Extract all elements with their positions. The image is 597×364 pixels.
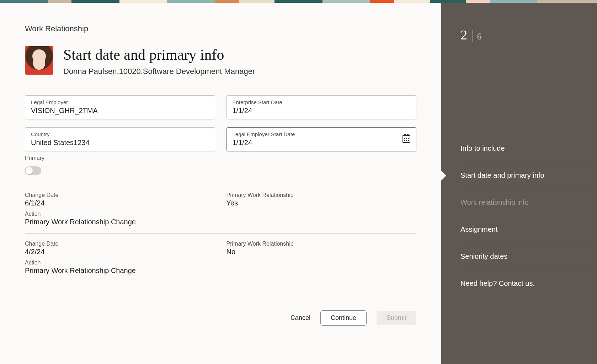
record-value: 6/1/24: [25, 199, 215, 207]
main-content: Work Relationship Start date and primary…: [0, 3, 441, 364]
nav-item-help[interactable]: Need help? Contact us.: [460, 270, 597, 297]
history-list: Change Date 6/1/24 Primary Work Relation…: [25, 191, 416, 282]
cancel-button[interactable]: Cancel: [290, 314, 310, 322]
primary-label: Primary: [25, 155, 416, 161]
step-separator: |: [471, 27, 474, 43]
record-label: Action: [25, 259, 416, 266]
legal-employer-field[interactable]: Legal Employer VISION_GHR_2TMA: [25, 95, 215, 119]
form-grid: Legal Employer VISION_GHR_2TMA Enterpris…: [25, 95, 416, 151]
primary-section: Primary: [25, 155, 416, 175]
step-total: 6: [477, 31, 482, 42]
wizard-sidebar: 2 | 6 Info to include Start date and pri…: [441, 3, 597, 364]
wizard-nav: Info to include Start date and primary i…: [460, 135, 597, 297]
record-value: Primary Work Relationship Change: [25, 267, 416, 275]
breadcrumb: Work Relationship: [25, 24, 416, 33]
field-value: 1/1/24: [233, 107, 411, 115]
page-subtitle: Donna Paulsen,10020.Software Development…: [63, 67, 255, 76]
field-value: United States1234: [31, 139, 209, 147]
legal-employer-start-date-field[interactable]: Legal Employer Start Date 1/1/24: [226, 127, 417, 151]
submit-button: Submit: [377, 311, 416, 325]
record-label: Primary Work Relationship: [226, 241, 417, 247]
step-current: 2: [460, 27, 467, 43]
nav-item-info-to-include[interactable]: Info to include: [460, 135, 597, 162]
decorative-banner: [0, 0, 597, 3]
toggle-knob: [26, 167, 33, 174]
nav-item-start-date[interactable]: Start date and primary info: [460, 162, 597, 189]
action-bar: Cancel Continue Submit: [25, 310, 416, 326]
record-label: Change Date: [25, 241, 215, 247]
calendar-icon[interactable]: [403, 135, 410, 143]
history-record: Change Date 4/2/24 Primary Work Relation…: [25, 233, 416, 282]
page-title: Start date and primary info: [63, 46, 255, 63]
page-header: Start date and primary info Donna Paulse…: [25, 46, 416, 76]
continue-button[interactable]: Continue: [320, 310, 367, 326]
country-field[interactable]: Country United States1234: [25, 127, 215, 151]
field-label: Country: [31, 131, 209, 137]
avatar: [25, 46, 53, 75]
enterprise-start-date-field[interactable]: Enterprise Start Date 1/1/24: [226, 95, 417, 119]
field-label: Legal Employer: [31, 99, 209, 105]
field-label: Legal Employer Start Date: [233, 131, 399, 137]
record-label: Primary Work Relationship: [226, 192, 417, 198]
record-value: No: [226, 248, 417, 256]
record-value: Yes: [226, 199, 417, 207]
record-label: Action: [25, 211, 416, 217]
record-label: Change Date: [25, 192, 215, 198]
step-indicator: 2 | 6: [460, 27, 597, 43]
history-record: Change Date 6/1/24 Primary Work Relation…: [25, 191, 416, 233]
nav-item-assignment[interactable]: Assignment: [460, 216, 597, 243]
field-label: Enterprise Start Date: [233, 99, 411, 105]
field-value: VISION_GHR_2TMA: [31, 107, 209, 115]
record-value: 4/2/24: [25, 248, 215, 256]
nav-item-seniority-dates[interactable]: Seniority dates: [460, 243, 597, 270]
record-value: Primary Work Relationship Change: [25, 218, 416, 226]
nav-item-work-relationship-info[interactable]: Work relationship info: [460, 189, 597, 216]
field-value: 1/1/24: [233, 139, 399, 147]
primary-toggle[interactable]: [25, 166, 41, 175]
